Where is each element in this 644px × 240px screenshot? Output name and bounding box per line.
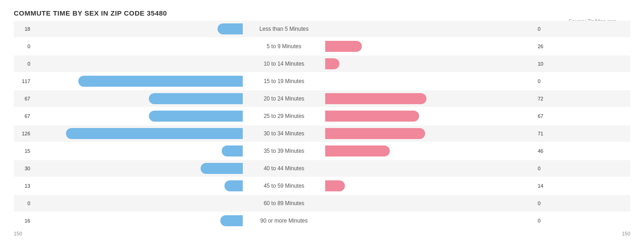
chart-row: 30 40 to 44 Minutes 0 xyxy=(14,160,630,177)
female-bar-container xyxy=(325,198,536,209)
male-value: 117 xyxy=(14,78,32,84)
row-label: 35 to 39 Minutes xyxy=(243,148,325,154)
row-label: Less than 5 Minutes xyxy=(243,26,325,32)
female-bar-container xyxy=(325,41,536,52)
row-label: 10 to 14 Minutes xyxy=(243,61,325,67)
female-value: 0 xyxy=(536,218,554,223)
female-value: 46 xyxy=(536,148,554,154)
chart-row: 0 60 to 89 Minutes 0 xyxy=(14,195,630,212)
female-bar xyxy=(325,145,390,156)
female-bar xyxy=(325,128,425,139)
chart-row: 16 90 or more Minutes 0 xyxy=(14,212,630,229)
chart-row: 126 30 to 34 Minutes 71 xyxy=(14,125,630,142)
chart-title: COMMUTE TIME BY SEX IN ZIP CODE 35480 xyxy=(14,9,630,17)
male-bar-container xyxy=(32,163,243,174)
male-bar-container xyxy=(32,215,243,226)
male-value: 16 xyxy=(14,218,32,223)
chart-row: 18 Less than 5 Minutes 0 xyxy=(14,21,630,37)
row-label: 5 to 9 Minutes xyxy=(243,43,325,50)
male-value: 30 xyxy=(14,166,32,171)
chart-container: 18 Less than 5 Minutes 0 0 5 to 9 Minute… xyxy=(14,21,630,240)
male-bar-container xyxy=(32,111,243,122)
axis-left: 150 xyxy=(14,231,22,236)
female-bar-container xyxy=(325,23,536,34)
female-value: 0 xyxy=(536,166,554,171)
female-bar-container xyxy=(325,145,536,156)
male-bar-container xyxy=(32,180,243,191)
male-bar xyxy=(224,180,243,191)
female-value: 0 xyxy=(536,26,554,32)
chart-row: 0 5 to 9 Minutes 26 xyxy=(14,38,630,55)
female-value: 14 xyxy=(536,183,554,189)
row-label: 20 to 24 Minutes xyxy=(243,95,325,102)
male-value: 67 xyxy=(14,96,32,101)
female-bar xyxy=(325,58,339,69)
row-label: 25 to 29 Minutes xyxy=(243,113,325,119)
female-bar xyxy=(325,93,426,104)
female-bar-container xyxy=(325,111,536,122)
female-value: 67 xyxy=(536,113,554,119)
female-value: 10 xyxy=(536,61,554,67)
chart-row: 117 15 to 19 Minutes 0 xyxy=(14,73,630,89)
female-bar xyxy=(325,41,362,52)
female-value: 0 xyxy=(536,78,554,84)
female-bar xyxy=(325,180,345,191)
female-value: 26 xyxy=(536,44,554,49)
chart-row: 13 45 to 59 Minutes 14 xyxy=(14,178,630,194)
male-bar-container xyxy=(32,41,243,52)
male-bar xyxy=(149,93,243,104)
male-value: 0 xyxy=(14,44,32,49)
female-value: 72 xyxy=(536,96,554,101)
female-value: 0 xyxy=(536,201,554,206)
chart-row: 15 35 to 39 Minutes 46 xyxy=(14,143,630,159)
male-bar-container xyxy=(32,76,243,87)
male-value: 126 xyxy=(14,131,32,136)
male-bar-container xyxy=(32,198,243,209)
row-label: 30 to 34 Minutes xyxy=(243,130,325,137)
chart-row: 0 10 to 14 Minutes 10 xyxy=(14,56,630,72)
row-label: 45 to 59 Minutes xyxy=(243,183,325,189)
axis-labels: 150 150 xyxy=(14,231,630,236)
axis-right: 150 xyxy=(622,231,630,236)
male-value: 0 xyxy=(14,201,32,206)
female-bar-container xyxy=(325,93,536,104)
female-bar xyxy=(325,111,419,122)
male-value: 0 xyxy=(14,61,32,67)
female-bar-container xyxy=(325,180,536,191)
male-bar xyxy=(149,111,243,122)
male-bar xyxy=(78,76,243,87)
male-value: 13 xyxy=(14,183,32,189)
male-bar-container xyxy=(32,93,243,104)
male-value: 18 xyxy=(14,26,32,32)
chart-row: 67 25 to 29 Minutes 67 xyxy=(14,108,630,124)
male-bar xyxy=(220,215,243,226)
female-bar-container xyxy=(325,76,536,87)
male-bar-container xyxy=(32,128,243,139)
male-bar xyxy=(66,128,243,139)
male-bar-container xyxy=(32,58,243,69)
male-value: 67 xyxy=(14,113,32,119)
female-value: 71 xyxy=(536,131,554,136)
male-bar-container xyxy=(32,145,243,156)
female-bar-container xyxy=(325,163,536,174)
female-bar-container xyxy=(325,215,536,226)
row-label: 15 to 19 Minutes xyxy=(243,78,325,84)
row-label: 60 to 89 Minutes xyxy=(243,200,325,207)
male-bar-container xyxy=(32,23,243,34)
male-bar xyxy=(201,163,243,174)
female-bar-container xyxy=(325,128,536,139)
female-bar-container xyxy=(325,58,536,69)
male-bar xyxy=(218,23,243,34)
chart-row: 67 20 to 24 Minutes 72 xyxy=(14,90,630,107)
male-value: 15 xyxy=(14,148,32,154)
male-bar xyxy=(222,145,243,156)
row-label: 90 or more Minutes xyxy=(243,218,325,224)
row-label: 40 to 44 Minutes xyxy=(243,165,325,172)
